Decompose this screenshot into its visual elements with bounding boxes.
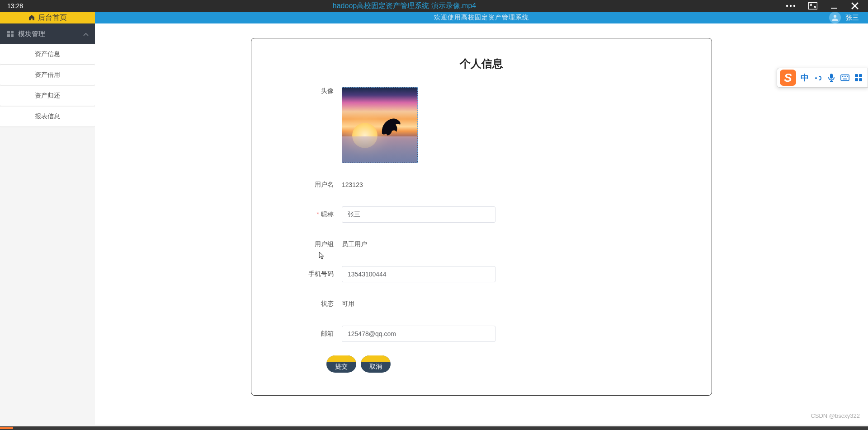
sidebar-item-asset-return[interactable]: 资产归还 — [0, 86, 95, 106]
video-progress-bar[interactable] — [0, 426, 868, 430]
svg-point-7 — [834, 15, 836, 18]
svg-rect-15 — [842, 76, 843, 77]
svg-rect-19 — [843, 79, 847, 79]
svg-point-2 — [793, 5, 795, 7]
svg-rect-10 — [7, 34, 10, 37]
svg-rect-20 — [855, 74, 858, 77]
svg-rect-21 — [859, 74, 862, 77]
user-name: 张三 — [845, 14, 859, 22]
watermark: CSDN @bscxy322 — [811, 412, 860, 419]
avatar-upload[interactable] — [342, 87, 418, 163]
sidebar-item-report-info[interactable]: 报表信息 — [0, 107, 95, 126]
svg-rect-16 — [844, 76, 844, 77]
value-username: 123123 — [342, 181, 363, 188]
sidebar-item-label: 资产信息 — [35, 50, 60, 58]
app-header: 欢迎使用高校固定资产管理系统 张三 — [95, 12, 868, 23]
label-phone: 手机号码 — [288, 270, 342, 278]
ime-punct-icon[interactable] — [813, 73, 822, 82]
value-status: 可用 — [342, 300, 354, 308]
ime-mic-icon[interactable] — [827, 73, 836, 82]
compact-view-icon[interactable] — [808, 2, 817, 9]
label-email: 邮箱 — [288, 330, 342, 338]
more-icon[interactable] — [786, 5, 796, 7]
sidebar-group-modules[interactable]: 模块管理 — [0, 23, 95, 44]
svg-rect-11 — [11, 34, 14, 37]
label-avatar: 头像 — [288, 87, 342, 95]
avatar-icon — [829, 12, 841, 23]
svg-rect-13 — [830, 74, 833, 79]
ime-grid-icon[interactable] — [854, 73, 863, 82]
home-button[interactable]: 后台首页 — [0, 12, 95, 23]
sidebar-item-asset-borrow[interactable]: 资产借用 — [0, 65, 95, 85]
required-star: * — [317, 210, 319, 218]
svg-rect-14 — [841, 75, 849, 81]
svg-rect-22 — [855, 78, 858, 81]
ime-lang-toggle[interactable]: 中 — [801, 72, 809, 83]
video-titlebar: 13:28 hadoop高校固定资产管理系统 演示录像.mp4 — [0, 0, 868, 12]
label-usergroup: 用户组 — [288, 240, 342, 248]
chevron-up-icon — [83, 30, 89, 38]
value-usergroup: 员工用户 — [342, 240, 367, 248]
home-icon — [28, 14, 35, 21]
welcome-text: 欢迎使用高校固定资产管理系统 — [434, 14, 529, 22]
sidebar-item-label: 报表信息 — [35, 112, 60, 121]
nickname-input[interactable] — [342, 206, 495, 223]
svg-point-0 — [786, 5, 788, 7]
row-phone: 手机号码 — [288, 266, 675, 282]
row-avatar: 头像 — [288, 87, 675, 163]
minimize-icon[interactable] — [830, 2, 838, 10]
svg-rect-18 — [847, 76, 848, 77]
ime-toolbar[interactable]: S 中 — [777, 68, 868, 88]
sidebar-group-label: 模块管理 — [18, 30, 45, 38]
row-email: 邮箱 — [288, 326, 675, 342]
main-content: 个人信息 头像 用户名 123123 *昵称 用户组 员工用户 手机号码 — [95, 23, 868, 425]
video-progress-fill — [0, 427, 13, 429]
ime-logo-icon: S — [780, 70, 796, 86]
app-topbar: 后台首页 欢迎使用高校固定资产管理系统 张三 — [0, 12, 868, 23]
profile-form-card: 个人信息 头像 用户名 123123 *昵称 用户组 员工用户 手机号码 — [251, 38, 712, 396]
grid-icon — [7, 31, 14, 37]
ime-keyboard-icon[interactable] — [840, 73, 849, 82]
row-nickname: *昵称 — [288, 206, 675, 223]
row-usergroup: 用户组 员工用户 — [288, 236, 675, 252]
svg-rect-8 — [7, 31, 10, 33]
sidebar-item-label: 资产归还 — [35, 92, 60, 100]
sidebar-item-asset-info[interactable]: 资产信息 — [0, 44, 95, 64]
sidebar-item-label: 资产借用 — [35, 71, 60, 79]
email-input[interactable] — [342, 326, 495, 342]
label-status: 状态 — [288, 300, 342, 308]
submit-button[interactable]: 提交 — [326, 355, 356, 373]
avatar-image — [378, 116, 404, 138]
form-title: 个人信息 — [288, 56, 675, 71]
row-username: 用户名 123123 — [288, 177, 675, 193]
sidebar: 模块管理 资产信息 资产借用 资产归还 报表信息 — [0, 23, 95, 425]
close-icon[interactable] — [851, 2, 859, 10]
home-label: 后台首页 — [38, 13, 67, 23]
row-status: 状态 可用 — [288, 296, 675, 312]
svg-rect-17 — [845, 76, 846, 77]
cancel-button[interactable]: 取消 — [361, 355, 391, 373]
svg-rect-9 — [11, 31, 14, 33]
phone-input[interactable] — [342, 266, 495, 282]
svg-point-12 — [815, 77, 817, 79]
label-username: 用户名 — [288, 181, 342, 189]
form-actions: 提交 取消 — [326, 355, 675, 373]
label-nickname: *昵称 — [288, 210, 342, 219]
svg-rect-23 — [859, 78, 862, 81]
svg-point-1 — [790, 5, 792, 7]
video-file-title: hadoop高校固定资产管理系统 演示录像.mp4 — [23, 1, 786, 11]
video-current-time: 13:28 — [7, 2, 23, 9]
video-window-controls — [786, 2, 859, 10]
user-area[interactable]: 张三 — [829, 12, 859, 23]
